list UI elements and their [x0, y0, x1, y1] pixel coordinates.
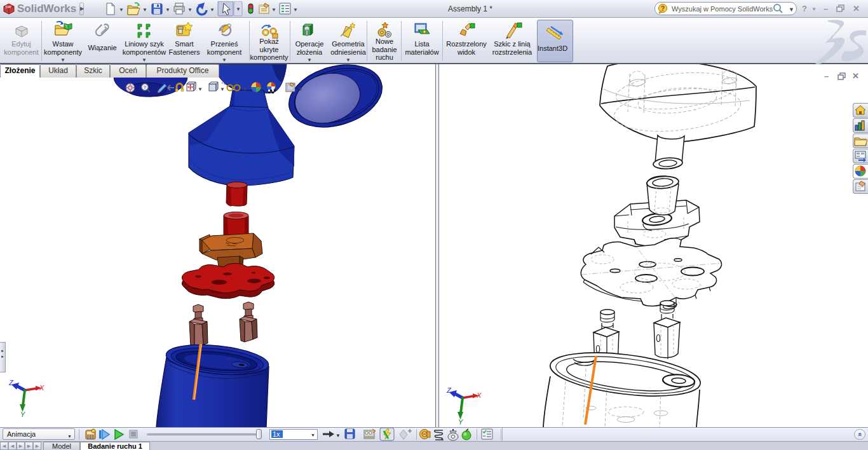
svg-text:▼: ▼: [165, 7, 170, 13]
svg-text:▼: ▼: [298, 86, 303, 92]
svg-text:▼: ▼: [271, 7, 276, 13]
svg-text:Y: Y: [458, 418, 463, 426]
svg-text:▼: ▼: [119, 7, 124, 13]
svg-text:▼: ▼: [336, 433, 341, 439]
svg-text:▼: ▼: [142, 7, 147, 13]
svg-text:Y: Y: [20, 411, 25, 418]
svg-text:▼: ▼: [242, 86, 247, 92]
svg-text:?: ?: [144, 85, 147, 90]
svg-text:▼: ▼: [236, 6, 241, 12]
svg-text:SW: SW: [5, 5, 11, 9]
svg-text:▼: ▼: [210, 7, 215, 13]
svg-text:X: X: [39, 384, 44, 392]
svg-text:?: ?: [661, 5, 665, 12]
svg-text:Z: Z: [446, 386, 452, 394]
svg-text:▼: ▼: [220, 86, 225, 92]
svg-text:▼: ▼: [789, 6, 794, 13]
svg-text:▼: ▼: [293, 7, 298, 13]
svg-text:▼: ▼: [187, 7, 193, 13]
svg-text:▼: ▼: [198, 86, 203, 92]
svg-text:X: X: [476, 392, 482, 399]
svg-text:Z: Z: [8, 379, 14, 386]
